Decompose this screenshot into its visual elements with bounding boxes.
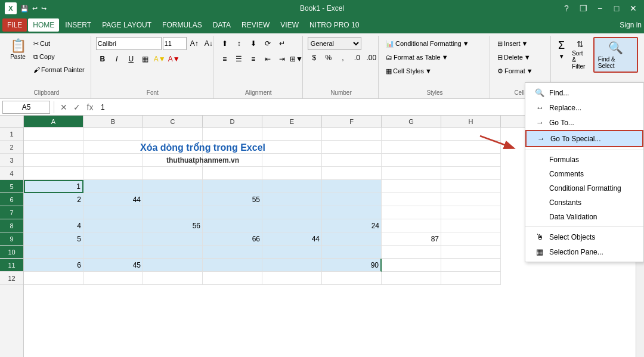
cell-e6[interactable] xyxy=(262,193,322,206)
cell-a7[interactable] xyxy=(24,206,83,219)
close-button[interactable]: ✕ xyxy=(627,4,639,13)
row-num-1[interactable]: 1 xyxy=(0,128,23,141)
cell-c12[interactable] xyxy=(143,272,203,285)
align-bottom-button[interactable]: ⬇ xyxy=(247,37,260,50)
cell-a3[interactable]: thuthuatphanmem.vn xyxy=(24,154,83,167)
cell-h2[interactable] xyxy=(441,141,501,154)
sort-filter-button[interactable]: ⇅ Sort &Filter xyxy=(569,37,591,72)
menu-review[interactable]: REVIEW xyxy=(237,18,274,32)
cell-h12[interactable] xyxy=(441,272,501,285)
autosum-button[interactable]: Σ ▼ xyxy=(556,37,567,62)
decrease-decimal-button[interactable]: .0 xyxy=(351,51,364,64)
cell-d11[interactable] xyxy=(203,259,262,272)
menu-nitro[interactable]: NITRO PRO 10 xyxy=(305,18,364,32)
cell-c4[interactable] xyxy=(143,167,203,180)
cell-d4[interactable] xyxy=(203,167,262,180)
row-num-3[interactable]: 3 xyxy=(0,154,23,167)
cell-d1[interactable] xyxy=(203,128,262,141)
cell-a2[interactable]: Xóa dòng trống trong Excel xyxy=(24,141,83,154)
cell-e10[interactable] xyxy=(262,246,322,259)
cell-f12[interactable] xyxy=(322,272,382,285)
font-size-input[interactable] xyxy=(163,37,187,50)
paste-button[interactable]: 📋 Paste xyxy=(6,37,30,63)
cell-styles-button[interactable]: ▦ Cell Styles ▼ xyxy=(383,64,434,77)
cell-b9[interactable] xyxy=(83,232,143,246)
cell-a9[interactable]: 5 xyxy=(24,232,83,246)
align-left-button[interactable]: ≡ xyxy=(218,52,231,66)
cell-b3[interactable] xyxy=(83,154,143,167)
cell-f6[interactable] xyxy=(322,193,382,206)
cell-f7[interactable] xyxy=(322,206,382,219)
cell-b7[interactable] xyxy=(83,206,143,219)
cell-c11[interactable] xyxy=(143,259,203,272)
cell-d5[interactable] xyxy=(203,180,262,193)
cell-g9[interactable]: 87 xyxy=(382,232,441,246)
menu-item-comments[interactable]: Comments xyxy=(525,167,643,181)
cell-f3[interactable] xyxy=(322,154,382,167)
cell-e11[interactable] xyxy=(262,259,322,272)
cell-b10[interactable] xyxy=(83,246,143,259)
menu-item-selection-pane[interactable]: ▦ Selection Pane... xyxy=(525,244,643,259)
cell-h7[interactable] xyxy=(441,206,501,219)
maximize-button[interactable]: □ xyxy=(611,4,623,13)
fill-color-button[interactable]: A▼ xyxy=(153,52,166,66)
menu-item-goto[interactable]: → Go To... xyxy=(525,115,643,130)
cell-c1[interactable] xyxy=(143,128,203,141)
align-center-button[interactable]: ☰ xyxy=(233,52,246,66)
cell-f1[interactable] xyxy=(322,128,382,141)
wrap-text-button[interactable]: ↵ xyxy=(275,37,289,50)
cell-c5[interactable] xyxy=(143,180,203,193)
cell-g3[interactable] xyxy=(382,154,441,167)
align-middle-button[interactable]: ↕ xyxy=(233,37,246,50)
cell-d7[interactable] xyxy=(203,206,262,219)
menu-view[interactable]: VIEW xyxy=(275,18,304,32)
cell-b1[interactable] xyxy=(83,128,143,141)
format-cells-button[interactable]: ⚙ Format ▼ xyxy=(495,64,535,77)
cell-f9[interactable] xyxy=(322,232,382,246)
cell-c6[interactable] xyxy=(143,193,203,206)
cell-h9[interactable] xyxy=(441,232,501,246)
menu-item-conditional[interactable]: Conditional Formatting xyxy=(525,181,643,195)
row-num-7[interactable]: 7 xyxy=(0,206,23,219)
cell-d8[interactable] xyxy=(203,219,262,232)
quick-access-undo[interactable]: ↩ xyxy=(32,5,38,13)
cell-b5[interactable] xyxy=(83,180,143,193)
cell-g11[interactable] xyxy=(382,259,441,272)
cell-b2[interactable] xyxy=(83,141,143,154)
menu-item-goto-special[interactable]: → Go To Special... xyxy=(525,130,643,147)
copy-button[interactable]: ⧉Copy xyxy=(31,50,87,63)
menu-insert[interactable]: INSERT xyxy=(60,18,96,32)
cell-g8[interactable] xyxy=(382,219,441,232)
menu-item-replace[interactable]: ↔ Replace... xyxy=(525,100,643,115)
row-num-2[interactable]: 2 xyxy=(0,141,23,154)
cell-d2[interactable] xyxy=(203,141,262,154)
row-num-5[interactable]: 5 xyxy=(0,180,23,193)
cell-h8[interactable] xyxy=(441,219,501,232)
cell-a11[interactable]: 6 xyxy=(24,259,83,272)
cell-e7[interactable] xyxy=(262,206,322,219)
minimize-button[interactable]: − xyxy=(594,4,606,13)
underline-button[interactable]: U xyxy=(125,52,138,66)
format-as-table-button[interactable]: 🗂 Format as Table ▼ xyxy=(383,51,451,64)
col-header-g[interactable]: G xyxy=(382,116,441,127)
align-right-button[interactable]: ≡ xyxy=(247,52,260,66)
cell-g4[interactable] xyxy=(382,167,441,180)
text-direction-button[interactable]: ⟳ xyxy=(261,37,274,50)
cell-d10[interactable] xyxy=(203,246,262,259)
cell-h5[interactable] xyxy=(441,180,501,193)
quick-access-save[interactable]: 💾 xyxy=(20,5,29,13)
col-header-e[interactable]: E xyxy=(262,116,322,127)
cell-b12[interactable] xyxy=(83,272,143,285)
italic-button[interactable]: I xyxy=(110,52,123,66)
cut-button[interactable]: ✂Cut xyxy=(31,37,87,50)
cell-h10[interactable] xyxy=(441,246,501,259)
cell-h3[interactable] xyxy=(441,154,501,167)
cell-h11[interactable] xyxy=(441,259,501,272)
row-num-9[interactable]: 9 xyxy=(0,232,23,246)
menu-item-constants[interactable]: Constants xyxy=(525,195,643,210)
cell-g2[interactable] xyxy=(382,141,441,154)
border-button[interactable]: ▦ xyxy=(139,52,152,66)
cell-a10[interactable] xyxy=(24,246,83,259)
menu-home[interactable]: HOME xyxy=(28,18,59,32)
cell-e4[interactable] xyxy=(262,167,322,180)
